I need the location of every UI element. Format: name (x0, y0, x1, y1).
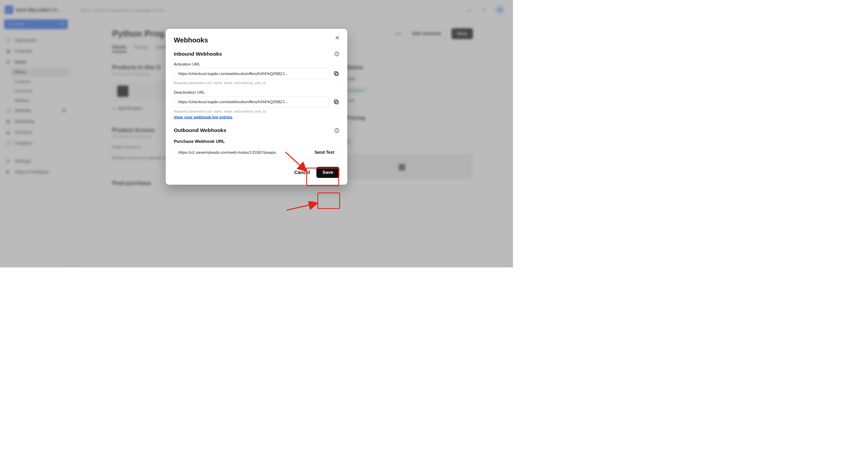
outbound-heading: Outbound Webhooks (174, 127, 226, 133)
modal-save-button[interactable]: Save (316, 167, 339, 178)
copy-button[interactable] (333, 99, 339, 105)
activation-hint: Required parameters are: name, email, an… (174, 81, 339, 85)
cancel-button[interactable]: Cancel (294, 170, 310, 175)
deactivation-input[interactable] (174, 96, 329, 108)
svg-point-1 (337, 53, 337, 53)
deactivation-label: Deactivation URL (174, 90, 339, 95)
copy-button[interactable] (333, 71, 339, 77)
close-icon (335, 36, 339, 40)
close-button[interactable] (334, 35, 340, 41)
purchase-input[interactable] (174, 147, 310, 158)
svg-rect-6 (334, 100, 337, 103)
activation-label: Activation URL (174, 62, 339, 67)
deactivation-hint: Required parameters are: name, email, an… (174, 110, 339, 114)
svg-point-8 (337, 129, 337, 130)
webhooks-modal: Webhooks Inbound Webhooks Activation URL… (166, 29, 347, 185)
inbound-heading: Inbound Webhooks (174, 51, 222, 57)
svg-rect-9 (337, 130, 337, 132)
svg-rect-3 (335, 73, 338, 76)
purchase-label: Purchase Webhook URL (174, 139, 339, 144)
svg-rect-5 (335, 101, 338, 104)
svg-rect-2 (337, 54, 337, 55)
info-icon[interactable] (334, 128, 339, 133)
modal-title: Webhooks (174, 36, 339, 44)
webhook-log-link[interactable]: View your webhook log entries (174, 115, 232, 119)
info-icon[interactable] (334, 52, 339, 56)
activation-input[interactable] (174, 68, 329, 79)
svg-rect-4 (334, 72, 337, 75)
send-test-button[interactable]: Send Test (310, 147, 339, 158)
